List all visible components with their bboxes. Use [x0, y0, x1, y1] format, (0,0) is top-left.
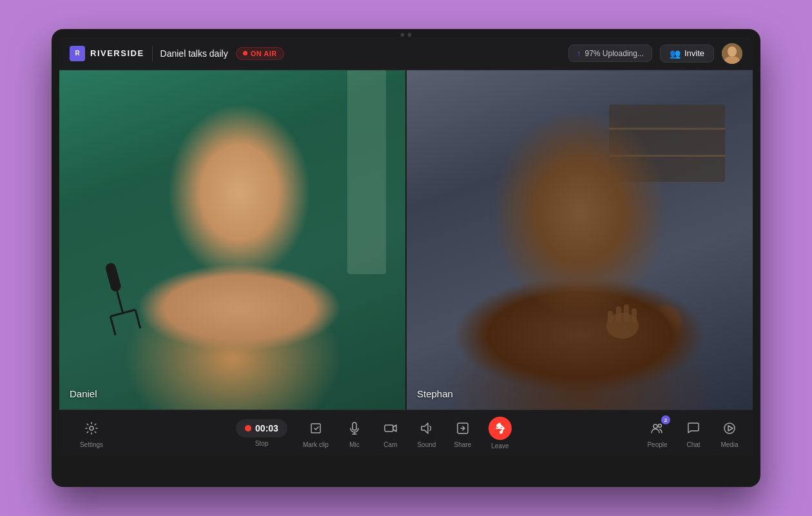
- settings-label: Settings: [80, 441, 103, 448]
- logo-area: R RIVERSIDE: [70, 46, 144, 61]
- video-panel-daniel: Daniel: [59, 70, 405, 410]
- leave-btn-circle[interactable]: [488, 417, 512, 440]
- on-air-badge: ON AIR: [236, 47, 284, 60]
- leave-button[interactable]: Leave: [488, 417, 512, 450]
- header-right: ↑ 97% Uploading... 👥 Invite: [568, 43, 742, 64]
- on-air-indicator: [243, 51, 247, 55]
- svg-rect-10: [624, 304, 629, 322]
- mark-clip-button[interactable]: Mark clip: [303, 418, 329, 448]
- video-panel-stephan: Stephan: [405, 70, 753, 410]
- svg-rect-12: [608, 311, 613, 322]
- media-svg: [722, 421, 737, 435]
- share-icon: [452, 418, 473, 439]
- leave-label: Leave: [491, 442, 508, 450]
- riverside-logo-text: RIVERSIDE: [90, 48, 144, 58]
- svg-point-1: [728, 46, 737, 57]
- hand-gesture: [597, 303, 648, 342]
- user-avatar[interactable]: [722, 43, 742, 64]
- laptop-frame: R RIVERSIDE Daniel talks daily ON AIR ↑ …: [52, 29, 760, 487]
- settings-icon: [81, 418, 102, 439]
- video-area: Daniel: [59, 70, 753, 410]
- on-air-label: ON AIR: [251, 50, 277, 57]
- stop-label: Stop: [255, 440, 269, 447]
- notch-dot-2: [408, 33, 412, 37]
- sound-svg: [420, 421, 434, 435]
- gear-svg: [85, 422, 98, 435]
- share-button[interactable]: Share: [452, 418, 473, 448]
- svg-rect-9: [616, 306, 621, 322]
- laptop-notch: [401, 33, 412, 37]
- mic-label: Mic: [349, 441, 360, 448]
- mark-clip-svg: [309, 421, 323, 435]
- people-icon-wrap: 2: [647, 418, 668, 439]
- mark-clip-label: Mark clip: [303, 441, 329, 448]
- people-badge: 2: [661, 415, 670, 424]
- daniel-person: [59, 70, 405, 410]
- hand-svg: [597, 303, 648, 342]
- stephan-name-label: Stephan: [417, 388, 453, 399]
- svg-point-21: [659, 424, 662, 428]
- share-svg: [456, 421, 470, 435]
- svg-line-6: [111, 316, 116, 335]
- toolbar: Settings 00:03 Stop: [59, 410, 753, 456]
- media-label: Media: [720, 441, 738, 448]
- upload-arrow-icon: ↑: [577, 48, 581, 58]
- session-title: Daniel talks daily: [160, 48, 228, 59]
- people-button[interactable]: 2 People: [647, 418, 668, 448]
- mic-icon: [344, 418, 365, 439]
- invite-button[interactable]: 👥 Invite: [660, 45, 714, 63]
- chat-button[interactable]: Chat: [683, 418, 704, 448]
- cam-svg: [383, 421, 398, 435]
- people-label: People: [647, 441, 667, 448]
- header: R RIVERSIDE Daniel talks daily ON AIR ↑ …: [59, 37, 753, 70]
- stephan-person: [407, 70, 753, 410]
- svg-line-7: [135, 310, 140, 328]
- svg-rect-3: [105, 262, 122, 293]
- screen: R RIVERSIDE Daniel talks daily ON AIR ↑ …: [59, 37, 753, 456]
- settings-group: Settings: [72, 418, 111, 448]
- cam-label: Cam: [383, 441, 397, 448]
- cam-icon: [380, 418, 401, 439]
- phone-icon: [494, 422, 506, 434]
- chat-icon: [683, 418, 704, 439]
- mark-clip-icon: [305, 418, 326, 439]
- timer-display: 00:03: [255, 423, 278, 433]
- sound-label: Sound: [417, 441, 436, 448]
- avatar-image: [722, 43, 742, 64]
- chat-label: Chat: [686, 441, 700, 448]
- sound-button[interactable]: Sound: [416, 418, 437, 448]
- toolbar-right: 2 People Chat: [637, 418, 740, 448]
- svg-rect-14: [353, 422, 356, 430]
- svg-rect-17: [385, 425, 393, 432]
- daniel-name-label: Daniel: [70, 388, 97, 399]
- notch-dot-1: [401, 33, 405, 37]
- share-label: Share: [454, 441, 472, 448]
- svg-line-4: [117, 291, 123, 313]
- svg-point-20: [653, 424, 657, 428]
- chat-svg: [686, 421, 701, 435]
- invite-icon: 👥: [670, 48, 681, 59]
- upload-text: 97% Uploading...: [585, 49, 644, 58]
- cam-button[interactable]: Cam: [380, 418, 401, 448]
- svg-rect-11: [632, 308, 637, 322]
- sound-icon: [416, 418, 437, 439]
- media-icon: [719, 418, 740, 439]
- upload-status[interactable]: ↑ 97% Uploading...: [568, 45, 652, 62]
- svg-point-13: [90, 426, 93, 430]
- media-button[interactable]: Media: [719, 418, 740, 448]
- header-divider: [152, 46, 153, 61]
- stop-timer-button[interactable]: 00:03: [236, 419, 287, 437]
- stop-group: 00:03 Stop: [236, 419, 287, 447]
- riverside-logo-icon: R: [70, 46, 85, 61]
- mic-button[interactable]: Mic: [344, 418, 365, 448]
- invite-label: Invite: [684, 48, 704, 58]
- settings-button[interactable]: Settings: [80, 418, 103, 448]
- toolbar-center: 00:03 Stop Mark clip: [111, 417, 637, 450]
- mic-svg-icon: [347, 421, 362, 435]
- recording-dot: [245, 425, 251, 432]
